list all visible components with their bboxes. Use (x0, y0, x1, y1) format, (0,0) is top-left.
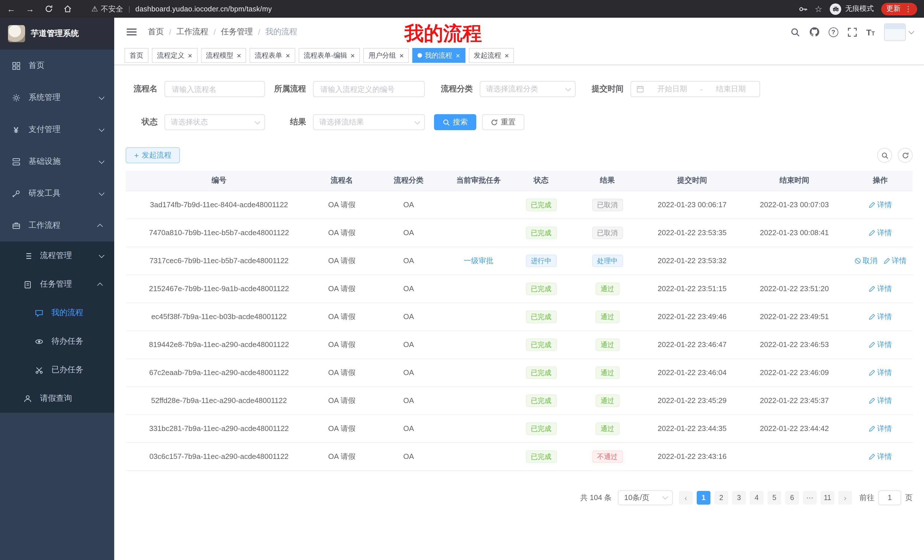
close-icon[interactable]: × (504, 52, 509, 59)
close-icon[interactable]: × (285, 52, 290, 59)
date-range-picker[interactable]: 开始日期 - 结束日期 (630, 81, 760, 97)
update-button[interactable]: 更新 ⋮ (881, 3, 917, 15)
cell-process-id: 67c2eaab-7b9a-11ec-a290-acde48001122 (126, 358, 312, 386)
goto-page-input[interactable] (878, 490, 901, 505)
more-pages-icon[interactable]: ··· (803, 491, 817, 505)
tag-home[interactable]: 首页 (124, 48, 148, 63)
status-select[interactable]: 请选择状态 (165, 114, 265, 130)
process-name-input[interactable] (165, 81, 265, 97)
page-number[interactable]: 1 (697, 491, 710, 505)
key-icon[interactable] (798, 4, 807, 13)
page-number[interactable]: 3 (732, 491, 746, 505)
cell-current-task (446, 415, 511, 442)
reset-button[interactable]: 重置 (482, 114, 524, 130)
incognito-label: 无痕模式 (845, 4, 874, 14)
back-icon[interactable]: ← (7, 4, 15, 14)
process-definition-input[interactable] (313, 81, 425, 97)
security-warning[interactable]: ⚠ 不安全 (92, 4, 123, 14)
sidebar-item-system[interactable]: 系统管理 (0, 82, 114, 114)
search-button[interactable]: 搜索 (434, 114, 476, 130)
cancel-button[interactable]: 取消 (854, 256, 878, 266)
current-task-link[interactable]: 一级审批 (464, 256, 494, 265)
user-menu[interactable] (884, 23, 913, 41)
tag-process-form-edit[interactable]: 流程表单-编辑× (298, 48, 360, 63)
total-count: 共 104 条 (580, 493, 612, 503)
address-bar[interactable]: ⚠ 不安全 | dashboard.yudao.iocoder.cn/bpm/t… (92, 4, 798, 14)
sidebar-item-workflow[interactable]: 工作流程 (0, 210, 114, 241)
forward-icon[interactable]: → (26, 4, 34, 14)
breadcrumb-home[interactable]: 首页 (148, 27, 164, 37)
menu-fold-icon[interactable] (126, 26, 138, 38)
sidebar-item-task-management[interactable]: 任务管理 (0, 270, 114, 298)
font-size-icon[interactable]: TT (866, 27, 875, 37)
page-number[interactable]: 4 (750, 491, 764, 505)
result-select[interactable]: 请选择流结果 (313, 114, 425, 130)
close-icon[interactable]: × (399, 52, 404, 59)
tag-process-definition[interactable]: 流程定义× (152, 48, 197, 63)
cell-process-name: OA 请假 (312, 219, 371, 247)
detail-button[interactable]: 详情 (868, 199, 892, 210)
breadcrumb-task-management[interactable]: 任务管理 (221, 27, 253, 37)
detail-button[interactable]: 详情 (868, 451, 892, 461)
detail-button[interactable]: 详情 (883, 256, 907, 266)
page-size-select[interactable]: 10条/页 (618, 490, 673, 505)
sidebar-item-home[interactable]: 首页 (0, 49, 114, 82)
sidebar-item-todo-tasks[interactable]: 待办任务 (0, 327, 114, 356)
toggle-search-icon[interactable] (877, 148, 892, 163)
page-number[interactable]: 6 (785, 491, 799, 505)
next-page-button[interactable]: › (838, 491, 852, 505)
detail-button[interactable]: 详情 (868, 283, 892, 294)
close-icon[interactable]: × (455, 52, 460, 59)
end-date-placeholder: 结束日期 (707, 84, 754, 94)
breadcrumb-workflow[interactable]: 工作流程 (177, 27, 208, 37)
tag-my-process[interactable]: 我的流程× (412, 48, 465, 63)
cell-current-task (446, 219, 511, 247)
close-icon[interactable]: × (236, 52, 241, 59)
detail-button[interactable]: 详情 (868, 367, 892, 377)
detail-button[interactable]: 详情 (868, 395, 892, 406)
tag-start-process[interactable]: 发起流程× (469, 48, 514, 63)
detail-button[interactable]: 详情 (868, 228, 892, 238)
tag-process-form[interactable]: 流程表单× (249, 48, 295, 63)
cell-category: OA (371, 331, 446, 358)
result-tag: 通过 (596, 338, 620, 351)
sidebar-item-done-tasks[interactable]: 已办任务 (0, 356, 114, 384)
bookmark-star-icon[interactable]: ☆ (814, 4, 822, 14)
cell-process-name: OA 请假 (312, 275, 371, 302)
sidebar-item-payment[interactable]: ¥ 支付管理 (0, 114, 114, 145)
tag-process-model[interactable]: 流程模型× (201, 48, 246, 63)
col-name: 流程名 (312, 171, 371, 191)
search-icon[interactable] (790, 27, 800, 37)
detail-button[interactable]: 详情 (868, 339, 892, 350)
home-icon[interactable] (63, 4, 72, 13)
close-icon[interactable]: × (350, 52, 355, 59)
refresh-icon[interactable] (898, 148, 913, 163)
sidebar-item-process-management[interactable]: 流程管理 (0, 241, 114, 270)
cell-current-task: 一级审批 (446, 247, 511, 275)
tag-user-group[interactable]: 用户分组× (363, 48, 409, 63)
detail-button[interactable]: 详情 (868, 311, 892, 322)
browser-menu-icon[interactable]: ⋮ (904, 4, 912, 13)
fullscreen-icon[interactable] (847, 27, 857, 37)
cell-end-time: 2022-01-22 23:45:37 (741, 386, 848, 415)
page-number[interactable]: 5 (768, 491, 781, 505)
cell-status: 已完成 (511, 302, 571, 331)
help-icon[interactable]: ? (828, 27, 838, 37)
start-date-placeholder: 开始日期 (649, 84, 696, 94)
page-number[interactable]: 11 (820, 491, 834, 505)
cell-status: 已完成 (511, 442, 571, 470)
sidebar-item-infrastructure[interactable]: 基础设施 (0, 145, 114, 178)
cell-current-task (446, 302, 511, 331)
github-icon[interactable] (809, 27, 819, 37)
sidebar-item-leave-query[interactable]: 请假查询 (0, 384, 114, 413)
page-number[interactable]: 2 (714, 491, 728, 505)
close-icon[interactable]: × (188, 52, 192, 59)
sidebar-item-my-process[interactable]: 我的流程 (0, 298, 114, 327)
reload-icon[interactable] (45, 4, 53, 13)
prev-page-button[interactable]: ‹ (679, 491, 693, 505)
category-select[interactable]: 请选择流程分类 (480, 81, 576, 97)
sidebar-item-devtools[interactable]: 研发工具 (0, 178, 114, 210)
detail-button[interactable]: 详情 (868, 423, 892, 434)
create-process-button[interactable]: + 发起流程 (126, 147, 180, 163)
briefcase-icon (11, 221, 21, 230)
